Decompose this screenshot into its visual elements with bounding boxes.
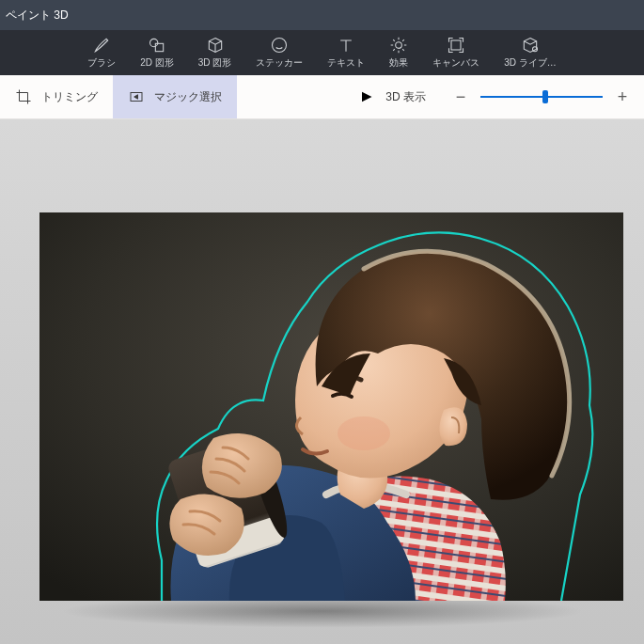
svg-point-2	[273, 39, 287, 53]
library-3d-icon	[521, 36, 540, 55]
ribbon-3d-shapes[interactable]: 3D 図形	[198, 36, 232, 70]
crop-button[interactable]: トリミング	[0, 75, 113, 118]
svg-point-12	[338, 416, 390, 450]
ribbon-canvas[interactable]: キャンバス	[432, 36, 479, 70]
canvas-stage[interactable]	[0, 119, 644, 644]
view-3d-toggle[interactable]: 3D 表示	[346, 75, 439, 118]
svg-rect-1	[155, 43, 163, 51]
sticker-icon	[270, 36, 289, 55]
svg-rect-4	[451, 40, 461, 50]
shapes-2d-icon	[148, 36, 166, 55]
ribbon-brush-label: ブラシ	[87, 56, 116, 70]
zoom-out-button[interactable]: −	[452, 87, 469, 107]
ribbon-sticker-label: ステッカー	[256, 56, 303, 70]
ribbon-library-label: 3D ライブ…	[504, 56, 557, 70]
ribbon-text-label: テキスト	[327, 56, 365, 70]
crop-label: トリミング	[41, 89, 98, 105]
ribbon-effects-label: 効果	[389, 56, 408, 70]
ribbon-text[interactable]: テキスト	[327, 36, 365, 70]
effects-icon	[389, 36, 408, 55]
text-icon	[337, 36, 355, 55]
ribbon-canvas-label: キャンバス	[432, 56, 479, 70]
toolbar-spacer	[237, 75, 346, 118]
svg-point-3	[396, 42, 402, 49]
canvas-icon	[447, 36, 465, 55]
zoom-in-button[interactable]: +	[614, 87, 631, 107]
ribbon-stickers[interactable]: ステッカー	[256, 36, 303, 70]
shapes-3d-icon	[206, 36, 225, 55]
ribbon-2d-shapes[interactable]: 2D 図形	[140, 36, 174, 70]
app-title: ペイント 3D	[6, 8, 69, 24]
ribbon-3d-label: 3D 図形	[198, 56, 232, 70]
svg-point-0	[149, 39, 157, 46]
magic-select-label: マジック選択	[154, 89, 222, 105]
zoom-control: − +	[439, 75, 644, 118]
crop-icon	[15, 88, 32, 105]
sub-toolbar: トリミング マジック選択 3D 表示 − +	[0, 75, 644, 119]
zoom-thumb[interactable]	[542, 90, 548, 103]
ribbon-3d-library[interactable]: 3D ライブ…	[504, 36, 557, 70]
ribbon-brush[interactable]: ブラシ	[87, 36, 116, 70]
zoom-track	[480, 96, 603, 98]
view-3d-label: 3D 表示	[385, 89, 426, 105]
canvas-image[interactable]	[39, 212, 623, 601]
ribbon: ブラシ 2D 図形 3D 図形 ステッカー テキスト 効果 キャンバス 3D ラ…	[0, 30, 644, 75]
ribbon-effects[interactable]: 効果	[389, 36, 408, 70]
zoom-slider[interactable]	[480, 87, 603, 106]
magic-select-button[interactable]: マジック選択	[113, 75, 237, 118]
brush-icon	[92, 36, 111, 55]
title-bar: ペイント 3D	[0, 0, 644, 30]
magic-select-icon	[128, 88, 145, 105]
view-3d-icon	[359, 88, 376, 105]
ribbon-2d-label: 2D 図形	[140, 56, 174, 70]
